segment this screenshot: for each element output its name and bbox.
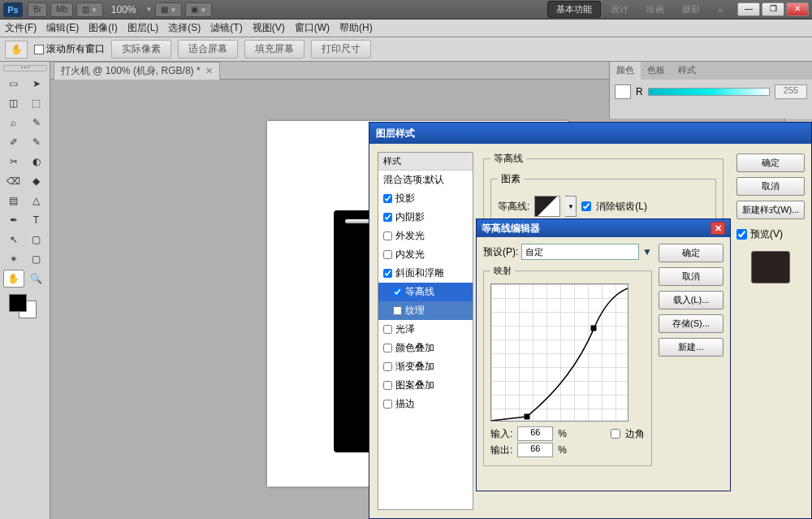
style-color-overlay[interactable]: 颜色叠加 <box>378 339 473 357</box>
contour-editor-close[interactable]: ✕ <box>710 222 725 235</box>
style-satin[interactable]: 光泽 <box>378 320 473 339</box>
zoom-level[interactable]: 100% <box>106 4 141 15</box>
panel-color-swatch[interactable] <box>615 84 631 99</box>
color-value-input[interactable]: 255 <box>775 84 807 99</box>
extras-button[interactable]: ▣▼ <box>185 2 212 17</box>
contour-save-button[interactable]: 存储(S)... <box>659 314 723 333</box>
ok-button[interactable]: 确定 <box>736 154 805 172</box>
menu-help[interactable]: 帮助(H) <box>339 21 373 35</box>
bridge-button[interactable]: Br <box>28 2 47 17</box>
print-size-button[interactable]: 打印尺寸 <box>311 40 371 58</box>
fill-screen-button[interactable]: 填充屏幕 <box>244 40 304 58</box>
menu-file[interactable]: 文件(F) <box>5 21 37 35</box>
contour-editor-titlebar[interactable]: 等高线编辑器 ✕ <box>477 219 730 237</box>
workspace-tab-painting[interactable]: 绘画 <box>638 2 672 17</box>
contour-checkbox[interactable] <box>393 288 402 296</box>
menu-image[interactable]: 图像(I) <box>89 21 117 35</box>
inner-shadow-checkbox[interactable] <box>383 213 392 222</box>
contour-new-button[interactable]: 新建... <box>659 338 723 357</box>
style-inner-glow[interactable]: 内发光 <box>378 245 473 264</box>
antialias-checkbox[interactable] <box>581 201 591 211</box>
hand-tool-icon[interactable]: ✋ <box>5 41 28 58</box>
tool-pen[interactable]: ✒ <box>3 211 24 229</box>
tool-hand[interactable]: ✋ <box>3 270 24 288</box>
style-contour[interactable]: 等高线 <box>378 283 473 301</box>
cancel-button[interactable]: 取消 <box>736 177 805 196</box>
drop-shadow-checkbox[interactable] <box>383 194 392 203</box>
color-slider[interactable] <box>648 88 770 96</box>
minimize-button[interactable]: — <box>737 2 760 16</box>
output-value[interactable]: 66 <box>517 443 553 457</box>
tool-marquee[interactable]: ▭ <box>3 75 24 93</box>
tool-dodge[interactable]: △ <box>26 192 47 210</box>
actual-pixels-button[interactable]: 实际像素 <box>111 40 171 58</box>
tool-lasso[interactable]: ◫ <box>3 94 24 112</box>
menu-window[interactable]: 窗口(W) <box>295 21 330 35</box>
style-texture[interactable]: 纹理 <box>378 301 473 320</box>
workspace-tab-essentials[interactable]: 基本功能 <box>547 1 601 18</box>
style-gradient-overlay[interactable]: 渐变叠加 <box>378 357 473 376</box>
style-drop-shadow[interactable]: 投影 <box>378 189 473 208</box>
menu-view[interactable]: 视图(V) <box>253 21 285 35</box>
texture-checkbox[interactable] <box>393 306 402 315</box>
fit-screen-button[interactable]: 适合屏幕 <box>178 40 238 58</box>
tab-color[interactable]: 颜色 <box>610 62 641 80</box>
tool-eyedropper[interactable]: ✎ <box>26 114 47 132</box>
toolbar-drag-handle[interactable] <box>3 65 47 71</box>
close-icon[interactable]: ✕ <box>205 66 213 76</box>
preview-checkbox[interactable]: 预览(V) <box>736 227 805 241</box>
menu-select[interactable]: 选择(S) <box>168 21 201 35</box>
tool-3d-camera[interactable]: ▢ <box>26 250 47 268</box>
tool-path-select[interactable]: ↖ <box>3 231 24 249</box>
pattern-overlay-checkbox[interactable] <box>383 381 392 390</box>
tool-blur[interactable]: ▤ <box>3 192 24 210</box>
scroll-all-checkbox[interactable]: 滚动所有窗口 <box>34 42 105 56</box>
style-inner-shadow[interactable]: 内阴影 <box>378 208 473 227</box>
tool-zoom[interactable]: 🔍 <box>26 270 47 288</box>
color-overlay-checkbox[interactable] <box>383 344 392 352</box>
preset-select[interactable]: 自定 <box>521 244 639 260</box>
bevel-checkbox[interactable] <box>383 269 392 278</box>
tool-brush[interactable]: ✎ <box>26 133 47 151</box>
gradient-overlay-checkbox[interactable] <box>383 362 392 371</box>
preview-check[interactable] <box>736 229 747 240</box>
tool-shape[interactable]: ▢ <box>26 231 47 249</box>
style-list-header[interactable]: 样式 <box>378 153 473 171</box>
tool-type[interactable]: T <box>26 211 47 229</box>
input-value[interactable]: 66 <box>517 426 553 441</box>
arrange-button[interactable]: ▦▼ <box>155 2 182 17</box>
tool-eraser[interactable]: ⌫ <box>3 172 24 190</box>
inner-glow-checkbox[interactable] <box>383 250 392 259</box>
tab-swatches[interactable]: 色板 <box>641 62 672 80</box>
workspace-more[interactable]: » <box>710 3 731 16</box>
curve-editor[interactable] <box>490 283 628 422</box>
outer-glow-checkbox[interactable] <box>383 231 392 240</box>
contour-dropdown[interactable]: ▼ <box>565 196 577 217</box>
curve-point-2[interactable] <box>591 325 597 331</box>
tool-move[interactable]: ➤ <box>26 75 47 93</box>
style-outer-glow[interactable]: 外发光 <box>378 227 473 245</box>
tool-history-brush[interactable]: ◐ <box>26 153 47 171</box>
contour-cancel-button[interactable]: 取消 <box>659 267 723 286</box>
menu-filter[interactable]: 滤镜(T) <box>210 21 242 35</box>
menu-layer[interactable]: 图层(L) <box>127 21 159 35</box>
workspace-tab-design[interactable]: 设计 <box>603 2 637 17</box>
tool-clone[interactable]: ✂ <box>3 153 24 171</box>
style-bevel[interactable]: 斜面和浮雕 <box>378 264 473 283</box>
blend-options-row[interactable]: 混合选项:默认 <box>378 171 473 189</box>
chevron-down-icon[interactable]: ▼ <box>642 246 652 257</box>
screen-mode-button[interactable]: ▥▼ <box>76 2 103 17</box>
contour-ok-button[interactable]: 确定 <box>659 244 723 262</box>
stroke-checkbox[interactable] <box>383 400 392 409</box>
maximize-button[interactable]: ❐ <box>762 2 784 16</box>
tab-styles[interactable]: 样式 <box>672 62 702 80</box>
color-swatch[interactable] <box>9 294 41 318</box>
tool-heal[interactable]: ✐ <box>3 133 24 151</box>
dialog-titlebar[interactable]: 图层样式 <box>369 123 811 144</box>
minibridge-button[interactable]: Mb <box>50 2 73 17</box>
satin-checkbox[interactable] <box>383 325 392 334</box>
workspace-tab-photography[interactable]: 摄影 <box>674 2 708 17</box>
tool-3d[interactable]: ✴ <box>3 250 24 268</box>
style-pattern-overlay[interactable]: 图案叠加 <box>378 376 473 395</box>
contour-swatch[interactable] <box>534 196 560 217</box>
